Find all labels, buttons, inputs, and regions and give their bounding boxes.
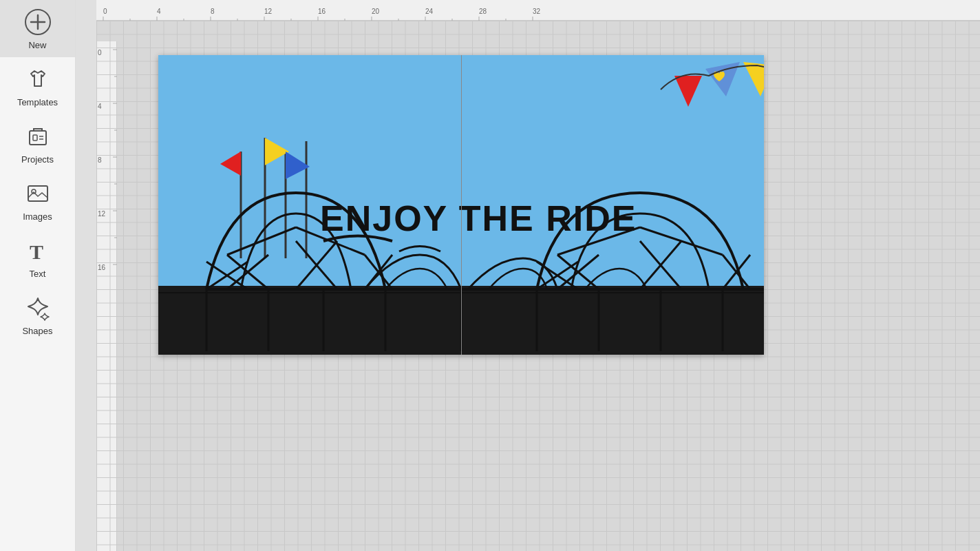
canvas-split-line: [461, 55, 462, 355]
sidebar-item-templates[interactable]: Templates: [0, 57, 75, 114]
sidebar-item-images-label: Images: [23, 211, 52, 222]
ruler-top: 0 4 8 12 16 20 24 28 32: [96, 0, 980, 21]
sidebar: New Templates Projects: [0, 0, 76, 551]
svg-rect-7: [28, 186, 47, 201]
shapes-icon: [23, 293, 53, 323]
svg-text:16: 16: [318, 8, 326, 15]
svg-rect-4: [33, 135, 37, 141]
svg-text:24: 24: [425, 8, 434, 15]
svg-marker-57: [674, 76, 702, 107]
sidebar-item-shapes[interactable]: Shapes: [0, 286, 75, 343]
sidebar-item-text[interactable]: T Text: [0, 229, 75, 286]
svg-text:T: T: [30, 240, 43, 263]
sidebar-item-shapes-label: Shapes: [22, 326, 52, 336]
svg-text:32: 32: [533, 8, 541, 15]
templates-icon: [23, 64, 53, 94]
main-area: 0 4 8 12 16 20 24 28 32: [76, 0, 980, 551]
sidebar-item-templates-label: Templates: [17, 97, 58, 107]
svg-text:28: 28: [479, 8, 487, 15]
new-icon: [23, 7, 53, 37]
sidebar-item-text-label: Text: [30, 269, 46, 279]
images-icon: [23, 178, 53, 209]
design-canvas[interactable]: ENJOY THE RIDE: [158, 55, 764, 355]
svg-text:4: 4: [157, 8, 161, 15]
svg-text:12: 12: [264, 8, 273, 15]
text-icon: T: [23, 236, 53, 266]
svg-marker-54: [220, 152, 241, 176]
projects-icon: [23, 121, 53, 152]
svg-text:8: 8: [211, 8, 215, 15]
canvas-area[interactable]: 0 4 8 12 16: [96, 21, 980, 551]
sidebar-item-projects[interactable]: Projects: [0, 114, 75, 171]
sidebar-item-images[interactable]: Images: [0, 171, 75, 229]
svg-text:0: 0: [103, 8, 107, 15]
svg-text:20: 20: [372, 8, 380, 15]
svg-rect-3: [30, 131, 46, 145]
sidebar-item-new-label: New: [28, 40, 46, 50]
sidebar-item-new[interactable]: New: [0, 0, 75, 57]
sidebar-item-projects-label: Projects: [21, 154, 54, 165]
svg-marker-59: [743, 62, 764, 96]
